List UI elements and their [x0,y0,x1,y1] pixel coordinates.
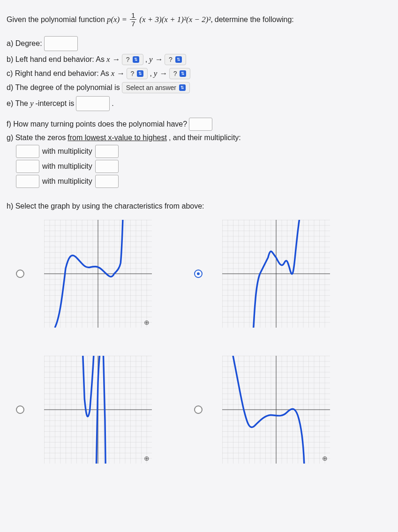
graph-4: ⊕ [208,356,344,464]
graph-option-3[interactable]: ⊕ [16,356,166,464]
b-y-select[interactable]: ? ⇅ [165,54,186,65]
mult-1-input[interactable] [95,145,119,158]
radio-1[interactable] [16,270,24,278]
part-f: f) How many turning points does the poly… [7,118,391,131]
degree-input[interactable] [44,36,78,51]
c-y-select[interactable]: ? ⇅ [169,68,191,79]
radio-3[interactable] [16,405,24,414]
graph-1: ⊕ [30,220,166,328]
part-g: g) State the zeros from lowest x-value t… [7,134,391,142]
radio-4[interactable] [194,405,203,414]
graph-3: ⊕ [30,356,166,464]
svg-text:⊕: ⊕ [322,455,328,462]
radio-2[interactable] [194,270,203,278]
part-c: c) Right hand end behavior: As x → ? ⇅ ,… [7,68,391,79]
zero-row-1: with multiplicity [16,145,391,158]
turning-points-input[interactable] [189,118,212,131]
part-a: a) Degree: [7,36,391,51]
svg-text:⊕: ⊕ [144,455,150,462]
part-d: d) The degree of the polynomial is Selec… [7,82,391,93]
y-intercept-input[interactable] [76,96,110,111]
graph-option-4[interactable]: ⊕ [194,356,344,464]
b-x-select[interactable]: ? ⇅ [122,54,143,65]
chevron-updown-icon: ⇅ [175,56,182,63]
part-b: b) Left hand end behavior: As x → ? ⇅ , … [7,54,391,65]
mult-2-input[interactable] [95,160,119,173]
chevron-updown-icon: ⇅ [133,56,139,63]
fraction: 1 7 [130,11,136,28]
zero-row-3: with multiplicity [16,175,391,188]
graph-option-1[interactable]: ⊕ [16,220,166,328]
zero-2-input[interactable] [16,160,39,173]
c-x-select[interactable]: ? ⇅ [127,68,148,79]
mult-3-input[interactable] [95,175,119,188]
chevron-updown-icon: ⇅ [180,70,186,77]
chevron-updown-icon: ⇅ [179,84,186,91]
graph-option-2[interactable] [194,220,344,328]
zero-row-2: with multiplicity [16,160,391,173]
chevron-updown-icon: ⇅ [137,70,143,77]
part-e: e) The y -intercept is . [7,96,391,111]
d-select[interactable]: Select an answer ⇅ [122,82,190,93]
intro-text: Given the polynomial function p(x) = 1 7… [7,11,391,28]
zero-3-input[interactable] [16,175,39,188]
graph-2 [208,220,344,328]
svg-text:⊕: ⊕ [144,319,150,326]
zero-1-input[interactable] [16,145,39,158]
part-h: h) Select the graph by using the charact… [7,202,391,210]
